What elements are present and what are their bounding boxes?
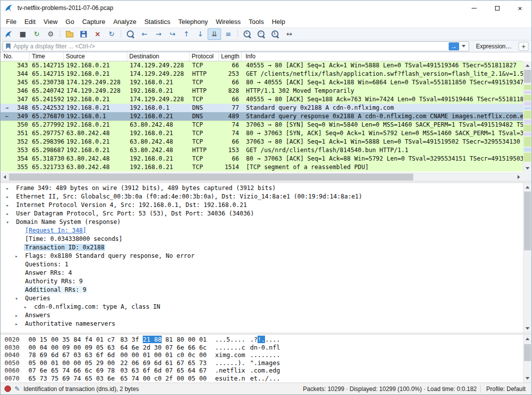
scroll-up-arrow[interactable] xyxy=(524,183,532,192)
column-header-info[interactable]: Info xyxy=(242,52,523,61)
scroll-left-arrow[interactable] xyxy=(0,173,9,181)
go-last-packet-button[interactable]: ↓ xyxy=(194,28,207,40)
stop-capture-button[interactable]: ■ xyxy=(16,28,29,40)
close-file-button[interactable]: × xyxy=(91,28,104,40)
menu-item[interactable]: Analyze xyxy=(109,16,140,27)
bytes-vertical-scrollbar[interactable] xyxy=(523,335,532,383)
horizontal-scrollbar-thumb[interactable] xyxy=(9,174,413,181)
scroll-down-arrow[interactable] xyxy=(524,164,532,173)
expression-button[interactable]: Expression… xyxy=(472,43,516,50)
save-file-button[interactable] xyxy=(77,28,90,40)
auto-scroll-button[interactable]: ⇊ xyxy=(208,28,221,40)
column-header-time[interactable]: Time xyxy=(29,52,64,61)
zoom-in-button[interactable]: + xyxy=(241,28,254,40)
expander-icon[interactable]: ▸ xyxy=(3,201,11,209)
menu-item[interactable]: Statistics xyxy=(140,16,174,27)
details-vertical-scrollbar[interactable] xyxy=(523,183,532,333)
scroll-down-arrow[interactable] xyxy=(524,374,532,383)
menu-item[interactable]: Tools xyxy=(245,16,267,27)
detail-row[interactable]: ▸ User Datagram Protocol, Src Port: 53 (… xyxy=(0,209,523,218)
capture-options-button[interactable]: ⚙ xyxy=(44,28,57,40)
detail-row[interactable]: ▸ Answers xyxy=(0,311,523,320)
colorize-button[interactable]: ≡ xyxy=(222,28,235,40)
menu-item[interactable]: Capture xyxy=(78,16,109,27)
packet-row[interactable]: 350 65.277992 192.168.0.21 63.80.242.48 … xyxy=(0,121,523,129)
expander-icon[interactable]: ▸ xyxy=(12,252,20,260)
detail-row[interactable]: ▸ Frame 349: 489 bytes on wire (3912 bit… xyxy=(0,184,523,193)
menu-item[interactable]: Edit xyxy=(20,16,39,27)
detail-row[interactable]: Additional RRs: 9 xyxy=(0,286,523,294)
hex-row[interactable]: 0040 78 69 6d 67 03 63 6f 6d 00 00 01 00… xyxy=(0,351,523,359)
add-filter-button[interactable]: + xyxy=(519,42,529,51)
menu-item[interactable]: View xyxy=(39,16,61,27)
find-packet-button[interactable] xyxy=(124,28,137,40)
capture-comment-icon[interactable]: ✎ xyxy=(14,385,20,393)
go-first-packet-button[interactable]: ↑ xyxy=(180,28,193,40)
hex-row[interactable]: 0060 07 6e 65 74 66 6c 69 78 03 63 6f 6d… xyxy=(0,367,523,375)
expander-icon[interactable]: ▸ xyxy=(3,184,11,193)
menu-item[interactable]: Help xyxy=(268,16,289,27)
expander-icon[interactable]: ▾ xyxy=(12,294,20,303)
zoom-out-button[interactable]: − xyxy=(255,28,268,40)
scroll-down-arrow[interactable] xyxy=(524,324,532,333)
scrollbar-thumb[interactable] xyxy=(524,344,531,361)
detail-row[interactable]: Transaction ID: 0x2188 xyxy=(0,243,523,252)
detail-row[interactable]: Questions: 1 xyxy=(0,260,523,269)
resize-columns-button[interactable]: ↔ xyxy=(282,28,296,40)
profile-button[interactable]: Profile: Default xyxy=(484,386,528,393)
bookmark-icon[interactable] xyxy=(6,43,10,49)
packet-row[interactable]: 352 65.298396 192.168.0.21 63.80.242.48 … xyxy=(0,138,523,146)
hex-row[interactable]: 0020 00 15 00 35 84 f4 01 c7 83 3f 21 88… xyxy=(0,336,523,344)
detail-row[interactable]: ▾ Queries xyxy=(0,294,523,303)
go-to-packet-button[interactable]: ↪ xyxy=(166,28,179,40)
packet-row[interactable]: 353 65.298687 192.168.0.21 63.80.242.48 … xyxy=(0,146,523,155)
packet-row[interactable]: 347 65.241592 192.168.0.21 174.129.249.2… xyxy=(0,95,523,104)
expander-icon[interactable]: ▸ xyxy=(21,303,29,311)
go-forward-button[interactable]: → xyxy=(152,28,165,40)
open-file-button[interactable] xyxy=(63,28,76,40)
filter-dropdown-button[interactable] xyxy=(460,42,468,50)
reload-file-button[interactable]: ↻ xyxy=(105,28,118,40)
packet-row[interactable]: 351 65.297757 63.80.242.48 192.168.0.21 … xyxy=(0,129,523,138)
expander-icon[interactable]: ▸ xyxy=(12,320,20,328)
column-header-no[interactable]: No. xyxy=(0,52,29,61)
expander-icon[interactable]: ▸ xyxy=(12,311,20,320)
packet-row[interactable]: 344 65.142715 192.168.0.21 174.129.249.2… xyxy=(0,70,523,78)
detail-row[interactable]: ▸ cdn-0.nflximg.com: type A, class IN xyxy=(0,303,523,311)
menu-item[interactable]: Go xyxy=(61,16,78,27)
expander-icon[interactable]: ▸ xyxy=(3,193,11,201)
menu-item[interactable]: Wireless xyxy=(212,16,245,27)
packet-row[interactable]: 355 65.321733 63.80.242.48 192.168.0.21 … xyxy=(0,163,523,172)
start-capture-button[interactable] xyxy=(2,28,15,40)
packet-list-vertical-scrollbar[interactable] xyxy=(523,61,532,173)
detail-row[interactable]: ▸ Ethernet II, Src: Globalsc_00:3b:0a (f… xyxy=(0,193,523,201)
menu-item[interactable]: Telephony xyxy=(174,16,212,27)
expander-icon[interactable]: ▸ xyxy=(3,209,11,218)
packet-row[interactable]: 345 65.230738 174.129.249.228 192.168.0.… xyxy=(0,78,523,87)
go-back-button[interactable]: ← xyxy=(138,28,151,40)
detail-row[interactable]: ▾ Domain Name System (response) xyxy=(0,218,523,226)
restart-capture-button[interactable]: ↻ xyxy=(30,28,43,40)
expert-info-icon[interactable] xyxy=(4,386,11,392)
detail-row[interactable]: ▸ Flags: 0x8180 Standard query response,… xyxy=(0,252,523,260)
detail-row[interactable]: [Time: 0.034338000 seconds] xyxy=(0,235,523,243)
packet-row[interactable]: 343 65.142715 192.168.0.21 174.129.249.2… xyxy=(0,61,523,70)
detail-row[interactable]: ▸ Internet Protocol Version 4, Src: 192.… xyxy=(0,201,523,209)
scrollbar-thumb[interactable] xyxy=(524,192,531,250)
scroll-right-arrow[interactable] xyxy=(515,173,523,181)
detail-row[interactable]: Authority RRs: 9 xyxy=(0,277,523,286)
detail-row[interactable]: ▸ Authoritative nameservers xyxy=(0,320,523,328)
packet-row[interactable]: 354 65.318730 63.80.242.48 192.168.0.21 … xyxy=(0,155,523,163)
minimize-button[interactable] xyxy=(463,0,486,15)
hex-row[interactable]: 0030 00 04 00 09 00 09 05 63 64 6e 2d 30… xyxy=(0,344,523,352)
column-header-destination[interactable]: Destination xyxy=(127,52,190,61)
packet-row[interactable]: 346 65.240742 174.129.249.228 192.168.0.… xyxy=(0,87,523,95)
packet-row[interactable]: →348 65.242532 192.168.0.21 192.168.0.1 … xyxy=(0,104,523,112)
apply-filter-button[interactable]: → xyxy=(449,42,459,50)
maximize-button[interactable] xyxy=(486,0,509,15)
scrollbar-thumb[interactable] xyxy=(524,70,531,83)
detail-row[interactable]: [Request In: 348] xyxy=(0,226,523,235)
scrollbar-track[interactable] xyxy=(524,192,532,324)
close-button[interactable]: × xyxy=(509,0,532,15)
display-filter-input[interactable] xyxy=(13,43,449,50)
